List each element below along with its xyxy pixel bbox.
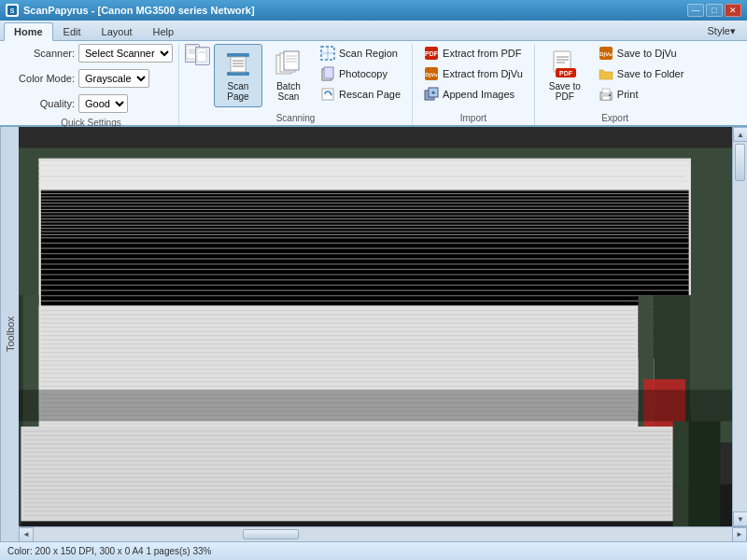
svg-rect-151 (23, 460, 671, 461)
svg-rect-71 (39, 234, 691, 235)
svg-rect-115 (41, 373, 636, 374)
svg-rect-111 (41, 357, 636, 357)
svg-rect-81 (39, 285, 691, 286)
scroll-track[interactable] (733, 142, 747, 511)
svg-text:S: S (10, 7, 15, 14)
batch-scan-button[interactable]: Batch Scan (264, 44, 313, 107)
svg-rect-66 (39, 218, 691, 219)
svg-rect-63 (39, 209, 691, 210)
tab-home[interactable]: Home (4, 22, 53, 41)
scroll-right-button[interactable]: ► (732, 527, 747, 542)
scan-page-icon (223, 49, 253, 79)
tab-layout[interactable]: Layout (92, 22, 143, 40)
style-button[interactable]: Style▾ (700, 22, 743, 40)
batch-scan-icon (274, 49, 303, 79)
scan-region-label: Scan Region (339, 48, 398, 59)
hscroll-track[interactable] (34, 527, 732, 541)
svg-rect-83 (39, 295, 691, 296)
svg-rect-68 (39, 225, 691, 226)
import-group: PDF Extract from PDF DjVu Extract from D… (413, 44, 535, 125)
save-to-folder-label: Save to Folder (617, 68, 684, 79)
maximize-button[interactable]: □ (706, 4, 723, 17)
pdf-icon: PDF (424, 46, 439, 61)
color-mode-row: Color Mode: Grayscale (9, 69, 149, 88)
svg-rect-70 (39, 231, 691, 232)
export-group: PDF Save to PDF DjVu Save to DjVu (535, 44, 696, 125)
scroll-up-button[interactable]: ▲ (733, 127, 747, 142)
print-label: Print (617, 89, 639, 100)
svg-rect-55 (39, 185, 683, 187)
svg-rect-106 (41, 335, 636, 336)
rescan-page-button[interactable]: Rescan Page (315, 85, 406, 104)
svg-text:+: + (431, 89, 436, 97)
horizontal-scrollbar[interactable]: ◄ ► (19, 526, 747, 541)
extract-djvu-label: Extract from DjVu (443, 68, 523, 79)
save-to-pdf-button[interactable]: PDF Save to PDF (541, 44, 589, 107)
title-bar: S ScanPapyrus - [Canon MG3500 series Net… (0, 0, 747, 21)
import-buttons: PDF Extract from PDF DjVu Extract from D… (418, 44, 529, 104)
scroll-thumb[interactable] (735, 144, 745, 181)
svg-rect-16 (284, 51, 299, 70)
scroll-left-button[interactable]: ◄ (19, 527, 34, 542)
scanning-group: Scan Page Batch Scan (179, 44, 413, 125)
svg-rect-79 (39, 274, 691, 275)
svg-rect-74 (39, 248, 691, 249)
scanner-select[interactable]: Select Scanner (78, 44, 173, 63)
quality-select[interactable]: Good (78, 94, 128, 113)
close-button[interactable]: ✕ (725, 4, 741, 17)
save-to-djvu-button[interactable]: DjVu Save to DjVu (593, 44, 690, 63)
hscroll-thumb[interactable] (243, 529, 299, 539)
svg-rect-102 (41, 318, 636, 319)
svg-rect-158 (23, 490, 671, 491)
svg-rect-51 (39, 165, 691, 167)
svg-rect-150 (23, 456, 671, 457)
svg-rect-168 (19, 390, 732, 422)
svg-rect-104 (41, 327, 636, 328)
extract-djvu-button[interactable]: DjVu Extract from DjVu (418, 64, 529, 83)
scan-image (19, 127, 732, 526)
svg-rect-64 (39, 212, 691, 213)
svg-text:DjVu: DjVu (425, 72, 438, 77)
print-button[interactable]: Print (593, 85, 690, 104)
svg-text:PDF: PDF (425, 50, 439, 57)
svg-rect-110 (41, 352, 636, 353)
svg-rect-69 (39, 228, 691, 229)
scanner-row: Scanner: Select Scanner (9, 44, 173, 63)
tab-edit[interactable]: Edit (53, 22, 92, 40)
svg-rect-107 (41, 340, 636, 341)
scroll-down-button[interactable]: ▼ (733, 511, 747, 526)
color-mode-select[interactable]: Grayscale (78, 69, 149, 88)
scan-page-button[interactable]: Scan Page (214, 44, 262, 107)
window-controls: — □ ✕ (687, 4, 741, 17)
svg-rect-149 (23, 452, 671, 453)
svg-rect-152 (23, 465, 671, 466)
svg-rect-24 (324, 67, 333, 78)
scan-page-label: Scan Page (227, 81, 248, 102)
toolbox-sidebar[interactable]: Toolbox (0, 127, 19, 541)
svg-rect-9 (227, 72, 249, 76)
svg-rect-157 (23, 485, 671, 486)
svg-rect-45 (609, 94, 611, 96)
export-label: Export (541, 111, 690, 123)
extract-pdf-button[interactable]: PDF Extract from PDF (418, 44, 529, 63)
tab-help[interactable]: Help (143, 22, 185, 40)
minimize-button[interactable]: — (687, 4, 704, 17)
svg-rect-78 (39, 269, 691, 270)
scan-region-icon (320, 46, 335, 61)
svg-rect-156 (23, 482, 671, 483)
svg-rect-118 (41, 385, 636, 386)
document-view (19, 127, 732, 526)
svg-rect-105 (41, 331, 636, 332)
extract-pdf-label: Extract from PDF (443, 48, 521, 59)
scan-region-button[interactable]: Scan Region (315, 44, 406, 63)
svg-rect-114 (41, 369, 636, 370)
save-to-folder-button[interactable]: Save to Folder (593, 64, 690, 83)
append-images-button[interactable]: + Append Images (418, 85, 529, 104)
photocopy-button[interactable]: Photocopy (315, 64, 406, 83)
svg-rect-8 (227, 53, 249, 57)
svg-rect-65 (39, 216, 691, 217)
svg-rect-116 (41, 377, 636, 378)
svg-rect-117 (41, 382, 636, 383)
vertical-scrollbar[interactable]: ▲ ▼ (732, 127, 747, 526)
svg-rect-10 (231, 57, 246, 72)
